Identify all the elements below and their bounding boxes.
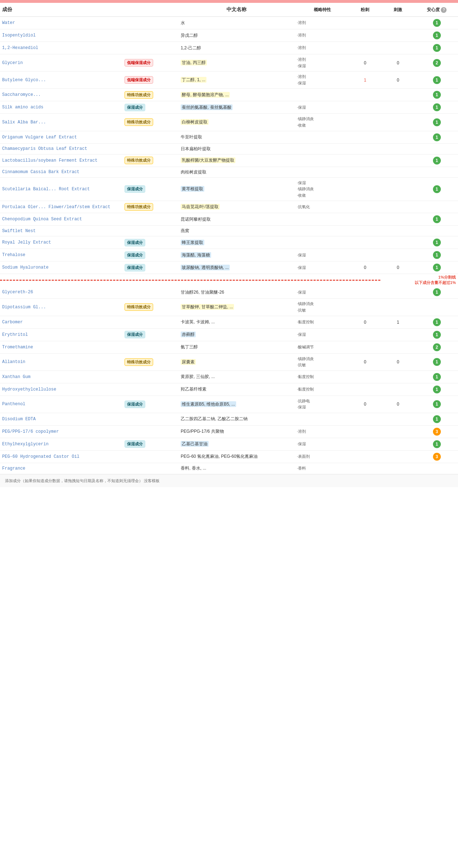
chinese-highlight: 甘油, 丙三醇 [181, 60, 207, 65]
ingredient-badge-cell: 保湿成分 [122, 177, 179, 201]
property-tag: ·镇静消炎 [297, 356, 348, 362]
safety-circle: 1 [433, 440, 441, 448]
ingredient-name[interactable]: Chamaecyparis Obtusa Leaf Extract [0, 143, 122, 154]
ingredient-name[interactable]: Saccharomyce... [0, 89, 122, 101]
col-header-chinese: 中文名称 [179, 3, 295, 17]
ingredient-name[interactable]: Tromethamine [0, 341, 122, 353]
ingredient-name[interactable]: Hydroxyethylcellulose [0, 383, 122, 396]
ingredient-powder [350, 450, 380, 463]
ingredient-chinese: 酵母, 酵母菌胞溶产物, ... [179, 89, 295, 101]
table-row: 1,2-Hexanediol1,2-己二醇·溶剂1 [0, 42, 458, 54]
ingredient-name[interactable]: Erythritol [0, 328, 122, 341]
ingredient-name[interactable]: Lactobacillus/soybean Ferment Extract [0, 154, 122, 167]
ingredient-safety: 1 [416, 154, 458, 167]
ingredient-safety: 1 [416, 101, 458, 114]
ingredient-properties [295, 413, 350, 425]
ingredient-name[interactable]: Origanum Vulgare Leaf Extract [0, 131, 122, 143]
ingredient-powder [350, 341, 380, 353]
col-header-safety: 安心度 ? [416, 3, 458, 17]
ingredient-safety: 2 [416, 54, 458, 72]
ingredient-safety [416, 167, 458, 177]
ingredient-name[interactable]: Ethylhexylglycerin [0, 438, 122, 450]
ingredient-name[interactable]: Disodium EDTA [0, 413, 122, 425]
ingredient-properties: ·溶剂 [295, 29, 350, 42]
ingredient-badge-cell: 低端保湿成分 [122, 72, 179, 89]
ingredient-name[interactable]: Swiftlet Nest [0, 226, 122, 236]
property-tag: ·酸碱调节 [297, 344, 348, 350]
ingredient-name[interactable]: Butylene Glyco... [0, 72, 122, 89]
ingredient-chinese: PEG/PPG-17/6 共聚物 [179, 425, 295, 438]
chinese-highlight: 海藻醋, 海藻糖 [181, 252, 211, 258]
ingredient-name[interactable]: Allantoin [0, 353, 122, 371]
ingredient-badge: 保湿成分 [125, 440, 145, 448]
ingredient-badge: 特殊功效成分 [125, 157, 153, 164]
ingredient-name[interactable]: Silk amino acids [0, 101, 122, 114]
safety-circle: 1 [433, 318, 441, 326]
ingredient-powder [350, 42, 380, 54]
ingredient-safety: 1 [416, 261, 458, 274]
safety-label: 安心度 [427, 7, 440, 12]
ingredient-chinese: 维生素原B5, 维他命原B5, ... [179, 396, 295, 413]
ingredient-name[interactable]: Xanthan Gum [0, 371, 122, 383]
ingredient-safety: 1 [416, 131, 458, 143]
property-tag: ·保湿 [297, 265, 348, 271]
ingredient-name[interactable]: Sodium Hyaluronate [0, 261, 122, 274]
ingredient-properties: ·香料 [295, 463, 350, 474]
ingredient-name[interactable]: Water [0, 17, 122, 29]
ingredient-badge: 特殊功效成分 [125, 303, 153, 311]
ingredient-safety: 1 [416, 29, 458, 42]
ingredient-name[interactable]: Royal Jelly Extract [0, 236, 122, 249]
property-tag: ·溶剂 [297, 74, 348, 80]
ingredient-badge: 保湿成分 [125, 264, 145, 271]
safety-circle: 1 [433, 264, 441, 271]
ingredient-irritate [380, 226, 416, 236]
ingredient-name[interactable]: Chenopodium Quinoa Seed Extract [0, 213, 122, 226]
ingredient-name[interactable]: Trehalose [0, 249, 122, 261]
ingredient-safety: 1 [416, 89, 458, 101]
ingredient-name[interactable]: Panthenol [0, 396, 122, 413]
table-row: Origanum Vulgare Leaf Extract牛至叶提取1 [0, 131, 458, 143]
ingredient-name[interactable]: Glycereth-26 [0, 286, 122, 299]
ingredient-chinese: 香料, 香水, ... [179, 463, 295, 474]
ingredient-name[interactable]: PEG/PPG-17/6 copolymer [0, 425, 122, 438]
ingredient-name[interactable]: PEG-60 Hydrogenated Castor Oil [0, 450, 122, 463]
property-tag: ·镇静消炎 [297, 186, 348, 192]
ingredient-irritate [380, 143, 416, 154]
col-header-irritate: 刺激 [380, 3, 416, 17]
ingredient-safety: 3 [416, 425, 458, 438]
ingredient-properties: ·保湿 [295, 249, 350, 261]
safety-circle: 1 [433, 358, 441, 366]
table-row: Carbomer卡波英, 卡波姆, ...·黏度控制011 [0, 316, 458, 328]
ingredient-name[interactable]: Fragrance [0, 463, 122, 474]
ingredient-properties: ·镇静消炎·抗敏 [295, 353, 350, 371]
ingredient-irritate: 0 [380, 353, 416, 371]
ingredient-name[interactable]: Glycerin [0, 54, 122, 72]
ingredient-irritate: 0 [380, 72, 416, 89]
safety-circle: 1 [433, 400, 441, 408]
ingredient-name[interactable]: Isopentyldiol [0, 29, 122, 42]
ingredient-badge-cell [122, 425, 179, 438]
ingredient-badge: 特殊功效成分 [125, 91, 153, 99]
ingredient-irritate [380, 177, 416, 201]
table-row: Water水·溶剂1 [0, 17, 458, 29]
ingredient-name[interactable]: Scutellaria Baical... Root Extract [0, 177, 122, 201]
ingredient-name[interactable]: Carbomer [0, 316, 122, 328]
ingredient-name[interactable]: Salix Alba Bar... [0, 114, 122, 131]
safety-help-icon[interactable]: ? [441, 7, 447, 13]
property-tag: ·保湿 [297, 404, 348, 411]
ingredient-irritate [380, 450, 416, 463]
ingredient-powder [350, 299, 380, 316]
ingredient-name[interactable]: Dipotassium Gl... [0, 299, 122, 316]
ingredient-name[interactable]: 1,2-Hexanediol [0, 42, 122, 54]
col-header-badge [122, 3, 179, 17]
ingredient-name[interactable]: Cinnamomum Cassia Bark Extract [0, 167, 122, 177]
ingredient-safety: 1 [416, 353, 458, 371]
ingredient-safety: 1 [416, 213, 458, 226]
ingredient-powder [350, 371, 380, 383]
ingredient-safety: 1 [416, 42, 458, 54]
property-tag: ·保湿 [297, 80, 348, 87]
ingredient-chinese: 甘油醇26, 甘油聚醚-26 [179, 286, 295, 299]
ingredient-name[interactable]: Portulaca Oler... Flower/leaf/stem Extra… [0, 201, 122, 213]
ingredient-properties: ·抗静电·保湿 [295, 396, 350, 413]
ingredient-safety [416, 463, 458, 474]
